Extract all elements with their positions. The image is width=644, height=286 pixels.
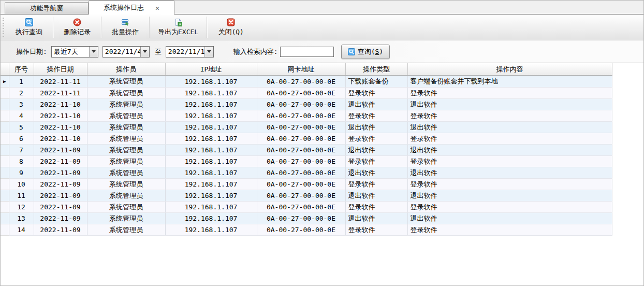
cell-ip: 192.168.1.107 bbox=[165, 224, 257, 236]
toolbar-button-label: 关闭(Q) bbox=[218, 27, 243, 37]
cell-ip: 192.168.1.107 bbox=[165, 156, 257, 167]
row-selector bbox=[1, 202, 9, 213]
cell-ip: 192.168.1.107 bbox=[165, 179, 257, 190]
cell-content: 退出软件 bbox=[407, 190, 612, 202]
table-row[interactable]: 82022-11-09系统管理员192.168.1.1070A-00-27-00… bbox=[1, 156, 612, 167]
tab-label: 功能导航窗 bbox=[30, 4, 64, 13]
cell-mac: 0A-00-27-00-00-0E bbox=[257, 179, 345, 190]
column-header-ip[interactable]: IP地址 bbox=[165, 63, 257, 76]
table-row[interactable]: 42022-11-10系统管理员192.168.1.1070A-00-27-00… bbox=[1, 110, 612, 122]
date-to-combo[interactable]: 2022/11/11 bbox=[166, 46, 214, 58]
query-button[interactable]: 查询(S) bbox=[341, 45, 390, 59]
cell-type: 退出软件 bbox=[345, 167, 407, 179]
tab-function-nav[interactable]: 功能导航窗 bbox=[5, 2, 89, 14]
toolbar-button-close[interactable]: 关闭(Q) bbox=[208, 15, 254, 40]
column-header-index[interactable]: 序号 bbox=[9, 63, 34, 76]
cell-date: 2022-11-09 bbox=[34, 202, 87, 213]
cell-date: 2022-11-11 bbox=[34, 88, 87, 99]
cell-mac: 0A-00-27-00-00-0E bbox=[257, 99, 345, 110]
cell-date: 2022-11-09 bbox=[34, 167, 87, 179]
cell-content: 客户端备份账套并下载到本地 bbox=[407, 76, 612, 88]
toolbar-button-batch[interactable]: 批量操作 bbox=[103, 15, 148, 40]
cell-index: 3 bbox=[9, 99, 34, 110]
chevron-down-icon bbox=[92, 50, 96, 53]
cell-operator: 系统管理员 bbox=[87, 99, 165, 110]
row-selector bbox=[1, 179, 9, 190]
cell-content: 登录软件 bbox=[407, 202, 612, 213]
column-header-mac[interactable]: 网卡地址 bbox=[257, 63, 345, 76]
table-row[interactable]: 92022-11-09系统管理员192.168.1.1070A-00-27-00… bbox=[1, 167, 612, 179]
cell-content: 登录软件 bbox=[407, 88, 612, 99]
search-input[interactable] bbox=[280, 47, 334, 57]
table-row[interactable]: 52022-11-10系统管理员192.168.1.1070A-00-27-00… bbox=[1, 122, 612, 133]
export-excel-icon bbox=[174, 18, 182, 26]
toolbar-button-delete[interactable]: 删除记录 bbox=[54, 15, 100, 40]
table-header-row: 序号操作日期操作员IP地址网卡地址操作类型操作内容 bbox=[1, 63, 612, 76]
table-row[interactable]: 132022-11-09系统管理员192.168.1.1070A-00-27-0… bbox=[1, 213, 612, 224]
close-icon[interactable]: ✕ bbox=[155, 5, 159, 11]
cell-ip: 192.168.1.107 bbox=[165, 145, 257, 156]
toolbar-button-search[interactable]: 执行查询 bbox=[6, 15, 52, 40]
cell-content: 退出软件 bbox=[407, 122, 612, 133]
search-label: 输入检索内容: bbox=[233, 47, 278, 56]
cell-date: 2022-11-10 bbox=[34, 99, 87, 110]
cell-operator: 系统管理员 bbox=[87, 122, 165, 133]
table-row[interactable]: 62022-11-10系统管理员192.168.1.1070A-00-27-00… bbox=[1, 133, 612, 145]
cell-date: 2022-11-09 bbox=[34, 213, 87, 224]
cell-type: 退出软件 bbox=[345, 190, 407, 202]
search-icon bbox=[348, 48, 355, 55]
row-selector bbox=[1, 213, 9, 224]
cell-index: 6 bbox=[9, 133, 34, 145]
cell-type: 退出软件 bbox=[345, 122, 407, 133]
cell-index: 13 bbox=[9, 213, 34, 224]
close-icon bbox=[227, 18, 235, 26]
toolbar-button-export-excel[interactable]: 导出为EXCEL bbox=[151, 15, 206, 40]
table-row[interactable]: ▶12022-11-11系统管理员192.168.1.1070A-00-27-0… bbox=[1, 76, 612, 88]
table-row[interactable]: 112022-11-09系统管理员192.168.1.1070A-00-27-0… bbox=[1, 190, 612, 202]
search-icon bbox=[25, 18, 33, 26]
cell-ip: 192.168.1.107 bbox=[165, 133, 257, 145]
cell-content: 退出软件 bbox=[407, 167, 612, 179]
column-header-type[interactable]: 操作类型 bbox=[345, 63, 407, 76]
tab-label: 系统操作日志 bbox=[104, 3, 144, 12]
toolbar-button-label: 导出为EXCEL bbox=[158, 27, 198, 37]
cell-date: 2022-11-11 bbox=[34, 76, 87, 88]
cell-ip: 192.168.1.107 bbox=[165, 202, 257, 213]
cell-index: 4 bbox=[9, 110, 34, 122]
date-from-combo[interactable]: 2022/11/4 bbox=[103, 46, 150, 58]
cell-mac: 0A-00-27-00-00-0E bbox=[257, 110, 345, 122]
cell-index: 12 bbox=[9, 202, 34, 213]
table-row[interactable]: 72022-11-09系统管理员192.168.1.1070A-00-27-00… bbox=[1, 145, 612, 156]
cell-date: 2022-11-10 bbox=[34, 133, 87, 145]
date-filter-label: 操作日期: bbox=[16, 47, 47, 56]
cell-operator: 系统管理员 bbox=[87, 224, 165, 236]
column-header-content[interactable]: 操作内容 bbox=[407, 63, 612, 76]
cell-operator: 系统管理员 bbox=[87, 133, 165, 145]
cell-ip: 192.168.1.107 bbox=[165, 88, 257, 99]
cell-content: 登录软件 bbox=[407, 110, 612, 122]
cell-operator: 系统管理员 bbox=[87, 179, 165, 190]
cell-ip: 192.168.1.107 bbox=[165, 167, 257, 179]
toolbar-grip[interactable] bbox=[3, 18, 4, 37]
cell-content: 登录软件 bbox=[407, 156, 612, 167]
cell-index: 9 bbox=[9, 167, 34, 179]
to-label: 至 bbox=[155, 47, 162, 56]
table-row[interactable]: 122022-11-09系统管理员192.168.1.1070A-00-27-0… bbox=[1, 202, 612, 213]
date-preset-combo[interactable]: 最近7天 bbox=[51, 46, 98, 58]
column-header-date[interactable]: 操作日期 bbox=[34, 63, 87, 76]
combo-value: 2022/11/11 bbox=[166, 47, 204, 57]
table-row[interactable]: 142022-11-09系统管理员192.168.1.1070A-00-27-0… bbox=[1, 224, 612, 236]
cell-mac: 0A-00-27-00-00-0E bbox=[257, 122, 345, 133]
table-row[interactable]: 102022-11-09系统管理员192.168.1.1070A-00-27-0… bbox=[1, 179, 612, 190]
table-row[interactable]: 22022-11-11系统管理员192.168.1.1070A-00-27-00… bbox=[1, 88, 612, 99]
column-header-operator[interactable]: 操作员 bbox=[87, 63, 165, 76]
table-row[interactable]: 32022-11-10系统管理员192.168.1.1070A-00-27-00… bbox=[1, 99, 612, 110]
row-selector bbox=[1, 133, 9, 145]
cell-mac: 0A-00-27-00-00-0E bbox=[257, 224, 345, 236]
toolbar: 执行查询删除记录批量操作导出为EXCEL关闭(Q) bbox=[1, 15, 643, 40]
cell-index: 8 bbox=[9, 156, 34, 167]
tab-operation-log[interactable]: 系统操作日志 ✕ bbox=[89, 1, 174, 15]
row-selector bbox=[1, 110, 9, 122]
cell-index: 11 bbox=[9, 190, 34, 202]
cell-operator: 系统管理员 bbox=[87, 156, 165, 167]
